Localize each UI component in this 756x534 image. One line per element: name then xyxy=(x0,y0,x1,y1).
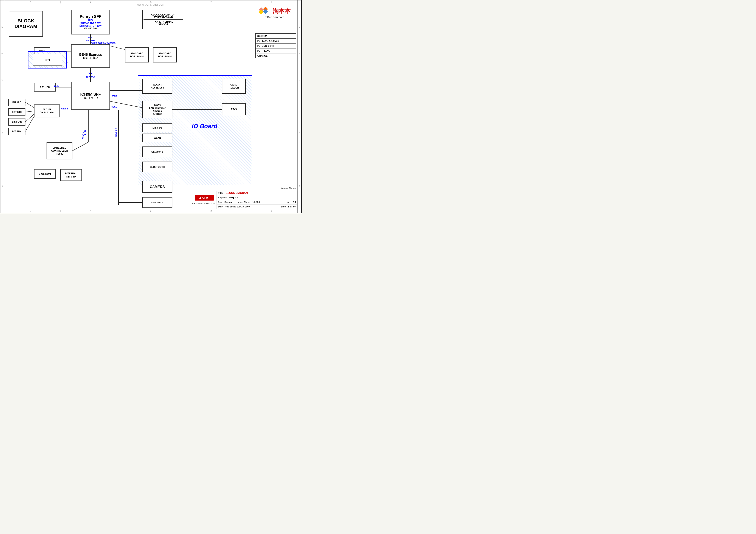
sheet-value: 2 xyxy=(287,205,289,208)
usb2x2-box: USB2.0 * 2 xyxy=(142,197,173,208)
emb-l1: EMBEDDED xyxy=(53,146,67,149)
schematic-page: www.bufanxiu.com 5 4 3 2 1 5 4 3 2 1 D C… xyxy=(0,0,302,213)
asus-logo-section: ASUS ASUSTeK COMPUTER INC xyxy=(192,191,217,209)
grid-col-b2: 2 xyxy=(181,210,241,212)
gs45-sub: 1363 uFCBGA xyxy=(83,57,98,59)
ext-mic-label: EXT MIC xyxy=(12,111,22,114)
alcor-l1: ALCOR xyxy=(153,83,161,86)
title-block: <Variant Name> ASUS ASUSTeK COMPUTER INC xyxy=(192,191,297,209)
of-value: 97 xyxy=(293,205,296,208)
svg-line-24 xyxy=(72,142,88,151)
grid-row-b: B xyxy=(2,107,3,160)
sheet-label: Sheet xyxy=(281,206,286,208)
kb-l1: INTERNAL xyxy=(65,172,77,175)
ext-mic-box: EXT MIC xyxy=(8,108,25,116)
grid-row-a: A xyxy=(2,160,3,213)
power-row-ioddr: I/O_DDR & VTT xyxy=(256,43,296,48)
ich9m-sub: 569 uFCBGA xyxy=(83,97,98,100)
grid-col-4: 4 xyxy=(61,1,121,3)
alcor-l2: AU6433D53 xyxy=(151,86,164,89)
grid-col-b4: 4 xyxy=(61,210,121,212)
ddr2-right-l2: DDR2 DIMM xyxy=(158,55,172,58)
audio-l2: Audio Codec xyxy=(40,111,54,114)
svg-line-5 xyxy=(110,46,125,50)
penryn-sub3: (Dual Core TDP 10W) xyxy=(79,25,102,27)
title-value: BLOCK DIAGRAM xyxy=(226,191,248,194)
logo-svg xyxy=(259,7,272,14)
bluetooth-box: BLUETOOTH xyxy=(142,162,173,172)
wlan-box: WLAN xyxy=(142,134,173,142)
io-board-label: IO Board xyxy=(192,123,217,130)
grid-top: 5 4 3 2 1 xyxy=(0,0,301,4)
clock-line4: SENSOR xyxy=(158,23,168,26)
kb-box: INTERNAL KB & TP xyxy=(60,169,82,181)
ddr2-signal: DDR2 SDRAM 800MHz xyxy=(91,42,116,45)
rj45-label: RJ45 xyxy=(231,108,237,111)
variant-name: <Variant Name> xyxy=(281,187,296,189)
kb-l2: KB & TP xyxy=(67,175,76,178)
svg-line-18 xyxy=(25,102,34,108)
logo-sub: TBenBen.com xyxy=(265,15,284,19)
grid-col-5: 5 xyxy=(0,1,61,3)
minicard-box: Minicard xyxy=(142,123,173,132)
logo-icon: 淘本本 xyxy=(259,7,291,15)
svg-rect-3 xyxy=(263,9,268,14)
usb-signal: USB xyxy=(112,94,117,97)
grid-row-ra: A xyxy=(299,160,300,213)
project-label: Project Name: xyxy=(237,201,251,203)
power-table: SYSTEM I/O_1.5VS & 1.05VS I/O_DDR & VTT … xyxy=(256,33,296,58)
logo-area: 淘本本 TBenBen.com xyxy=(253,5,296,20)
usb20-signal: USB 2.0 xyxy=(115,128,118,137)
crt-inner-box: CRT xyxy=(33,54,62,66)
hdd-box: 2.5" HDD xyxy=(34,83,56,91)
camera-box: CAMERA xyxy=(142,181,173,193)
bluetooth-label: BLUETOOTH xyxy=(150,165,165,168)
content-area: 淘本本 TBenBen.com BLOCKDIAGRAM Penryn SFF … xyxy=(4,4,297,209)
fsb-signal: FSB xyxy=(88,36,92,39)
grid-row-rb: B xyxy=(299,107,300,160)
logo-text: 淘本本 xyxy=(273,7,291,15)
audio-box: ALC269 Audio Codec xyxy=(34,105,60,117)
ddr2-right-l1: STANDARD xyxy=(158,52,172,55)
asus-svg: ASUS xyxy=(195,195,214,201)
crt-label: CRT xyxy=(44,58,50,62)
wlan-label: WLAN xyxy=(154,136,161,140)
grid-col-b5: 5 xyxy=(0,210,61,212)
lpc-freq-signal: 33MHz xyxy=(82,132,85,139)
ich9m-title: ICH9M SFF xyxy=(80,92,101,97)
size-label: Size xyxy=(218,201,222,203)
audio-l1: ALC269 xyxy=(43,108,51,111)
svg-text:ASUS: ASUS xyxy=(199,196,209,200)
penryn-title: Penryn SFF xyxy=(80,14,101,19)
grid-right: D C B A xyxy=(297,0,301,213)
asus-logo: ASUS xyxy=(195,195,214,202)
of-label: of xyxy=(290,206,292,208)
usb2x1-label: USB2.0 * 1 xyxy=(151,150,163,153)
grid-row-c: C xyxy=(2,54,3,107)
card-reader-box: CARD READER xyxy=(222,79,246,94)
engineer-value: Jerry Yu xyxy=(229,196,238,199)
alcor-box: ALCOR AU6433D53 xyxy=(142,79,173,94)
grid-col-3: 3 xyxy=(121,1,181,3)
penryn-sub4: 956 uFCBGA xyxy=(83,27,97,30)
penryn-sub2: (SU3300 TDP 5.5W) xyxy=(80,22,101,25)
grid-row-rd: D xyxy=(299,0,300,54)
power-row-system: SYSTEM xyxy=(256,34,296,38)
grid-left: D C B A xyxy=(0,0,4,213)
grid-col-2: 2 xyxy=(181,1,241,3)
ddr2-left-box: STANDARD DDR2 DIMM xyxy=(125,47,149,63)
size-value: Custom xyxy=(224,201,232,203)
grid-row-rc: C xyxy=(299,54,300,107)
fsb-freq-signal: 800MHz xyxy=(86,39,95,42)
sata-signal: SATA xyxy=(53,85,60,88)
ddr2-left-l1: STANDARD xyxy=(130,52,144,55)
grid-col-b3: 3 xyxy=(121,210,181,212)
svg-line-19 xyxy=(25,111,34,112)
bios-box: BIOS ROM xyxy=(34,169,56,179)
hdd-label: 2.5" HDD xyxy=(40,86,50,89)
clock-line2: RTM875T-336-VB xyxy=(154,16,173,18)
clock-box: CLOCK GENERATOR RTM875T-336-VB FAN & THE… xyxy=(142,10,184,29)
card-reader-l2: READER xyxy=(229,86,239,89)
int-mic-box: INT MIC xyxy=(8,99,25,106)
lan-l2: LAN controller xyxy=(149,106,166,110)
